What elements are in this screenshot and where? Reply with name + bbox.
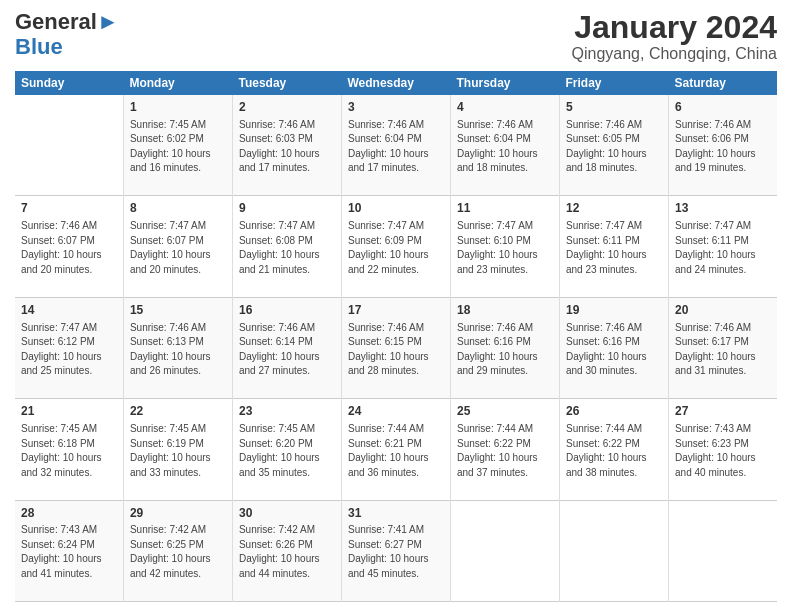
- header-friday: Friday: [560, 71, 669, 95]
- day-cell: 3Sunrise: 7:46 AMSunset: 6:04 PMDaylight…: [341, 95, 450, 196]
- day-number: 4: [457, 99, 553, 116]
- day-cell: 29Sunrise: 7:42 AMSunset: 6:25 PMDayligh…: [123, 500, 232, 601]
- day-cell: 2Sunrise: 7:46 AMSunset: 6:03 PMDaylight…: [232, 95, 341, 196]
- day-number: 15: [130, 302, 226, 319]
- day-number: 16: [239, 302, 335, 319]
- day-info: Sunrise: 7:46 AMSunset: 6:14 PMDaylight:…: [239, 322, 320, 377]
- day-cell: 4Sunrise: 7:46 AMSunset: 6:04 PMDaylight…: [450, 95, 559, 196]
- day-number: 13: [675, 200, 771, 217]
- day-number: 28: [21, 505, 117, 522]
- day-cell: 20Sunrise: 7:46 AMSunset: 6:17 PMDayligh…: [669, 297, 777, 398]
- day-number: 22: [130, 403, 226, 420]
- day-number: 25: [457, 403, 553, 420]
- day-cell: 9Sunrise: 7:47 AMSunset: 6:08 PMDaylight…: [232, 196, 341, 297]
- logo-text: General►: [15, 10, 119, 34]
- day-cell: [450, 500, 559, 601]
- day-number: 6: [675, 99, 771, 116]
- week-row-0: 1Sunrise: 7:45 AMSunset: 6:02 PMDaylight…: [15, 95, 777, 196]
- day-info: Sunrise: 7:43 AMSunset: 6:24 PMDaylight:…: [21, 524, 102, 579]
- day-cell: 5Sunrise: 7:46 AMSunset: 6:05 PMDaylight…: [560, 95, 669, 196]
- day-number: 29: [130, 505, 226, 522]
- day-cell: [15, 95, 123, 196]
- day-cell: [669, 500, 777, 601]
- day-info: Sunrise: 7:46 AMSunset: 6:04 PMDaylight:…: [457, 119, 538, 174]
- day-info: Sunrise: 7:46 AMSunset: 6:15 PMDaylight:…: [348, 322, 429, 377]
- header-wednesday: Wednesday: [341, 71, 450, 95]
- day-number: 3: [348, 99, 444, 116]
- day-number: 18: [457, 302, 553, 319]
- day-cell: [560, 500, 669, 601]
- day-cell: 16Sunrise: 7:46 AMSunset: 6:14 PMDayligh…: [232, 297, 341, 398]
- day-number: 19: [566, 302, 662, 319]
- title-block: January 2024 Qingyang, Chongqing, China: [572, 10, 777, 63]
- day-info: Sunrise: 7:45 AMSunset: 6:20 PMDaylight:…: [239, 423, 320, 478]
- day-info: Sunrise: 7:43 AMSunset: 6:23 PMDaylight:…: [675, 423, 756, 478]
- day-cell: 18Sunrise: 7:46 AMSunset: 6:16 PMDayligh…: [450, 297, 559, 398]
- day-cell: 15Sunrise: 7:46 AMSunset: 6:13 PMDayligh…: [123, 297, 232, 398]
- day-info: Sunrise: 7:46 AMSunset: 6:06 PMDaylight:…: [675, 119, 756, 174]
- day-info: Sunrise: 7:44 AMSunset: 6:22 PMDaylight:…: [457, 423, 538, 478]
- calendar-title: January 2024: [572, 10, 777, 45]
- day-cell: 27Sunrise: 7:43 AMSunset: 6:23 PMDayligh…: [669, 399, 777, 500]
- day-cell: 11Sunrise: 7:47 AMSunset: 6:10 PMDayligh…: [450, 196, 559, 297]
- day-info: Sunrise: 7:46 AMSunset: 6:03 PMDaylight:…: [239, 119, 320, 174]
- day-info: Sunrise: 7:47 AMSunset: 6:09 PMDaylight:…: [348, 220, 429, 275]
- day-info: Sunrise: 7:45 AMSunset: 6:19 PMDaylight:…: [130, 423, 211, 478]
- day-number: 14: [21, 302, 117, 319]
- day-cell: 31Sunrise: 7:41 AMSunset: 6:27 PMDayligh…: [341, 500, 450, 601]
- day-number: 21: [21, 403, 117, 420]
- week-row-3: 21Sunrise: 7:45 AMSunset: 6:18 PMDayligh…: [15, 399, 777, 500]
- day-number: 10: [348, 200, 444, 217]
- day-number: 17: [348, 302, 444, 319]
- day-info: Sunrise: 7:47 AMSunset: 6:11 PMDaylight:…: [675, 220, 756, 275]
- day-number: 7: [21, 200, 117, 217]
- day-info: Sunrise: 7:47 AMSunset: 6:12 PMDaylight:…: [21, 322, 102, 377]
- day-info: Sunrise: 7:46 AMSunset: 6:13 PMDaylight:…: [130, 322, 211, 377]
- day-number: 27: [675, 403, 771, 420]
- day-cell: 1Sunrise: 7:45 AMSunset: 6:02 PMDaylight…: [123, 95, 232, 196]
- day-info: Sunrise: 7:47 AMSunset: 6:08 PMDaylight:…: [239, 220, 320, 275]
- day-info: Sunrise: 7:45 AMSunset: 6:02 PMDaylight:…: [130, 119, 211, 174]
- page: General► Blue January 2024 Qingyang, Cho…: [0, 0, 792, 612]
- day-info: Sunrise: 7:46 AMSunset: 6:17 PMDaylight:…: [675, 322, 756, 377]
- day-cell: 25Sunrise: 7:44 AMSunset: 6:22 PMDayligh…: [450, 399, 559, 500]
- day-number: 12: [566, 200, 662, 217]
- day-info: Sunrise: 7:44 AMSunset: 6:21 PMDaylight:…: [348, 423, 429, 478]
- day-cell: 6Sunrise: 7:46 AMSunset: 6:06 PMDaylight…: [669, 95, 777, 196]
- day-number: 8: [130, 200, 226, 217]
- logo-blue-text: Blue: [15, 34, 63, 59]
- day-cell: 14Sunrise: 7:47 AMSunset: 6:12 PMDayligh…: [15, 297, 123, 398]
- day-number: 24: [348, 403, 444, 420]
- calendar-subtitle: Qingyang, Chongqing, China: [572, 45, 777, 63]
- day-info: Sunrise: 7:46 AMSunset: 6:16 PMDaylight:…: [457, 322, 538, 377]
- header-thursday: Thursday: [450, 71, 559, 95]
- calendar-table: Sunday Monday Tuesday Wednesday Thursday…: [15, 71, 777, 602]
- day-number: 1: [130, 99, 226, 116]
- header-monday: Monday: [123, 71, 232, 95]
- day-cell: 7Sunrise: 7:46 AMSunset: 6:07 PMDaylight…: [15, 196, 123, 297]
- day-cell: 26Sunrise: 7:44 AMSunset: 6:22 PMDayligh…: [560, 399, 669, 500]
- header-sunday: Sunday: [15, 71, 123, 95]
- day-info: Sunrise: 7:46 AMSunset: 6:04 PMDaylight:…: [348, 119, 429, 174]
- day-info: Sunrise: 7:46 AMSunset: 6:05 PMDaylight:…: [566, 119, 647, 174]
- week-row-2: 14Sunrise: 7:47 AMSunset: 6:12 PMDayligh…: [15, 297, 777, 398]
- day-cell: 12Sunrise: 7:47 AMSunset: 6:11 PMDayligh…: [560, 196, 669, 297]
- day-info: Sunrise: 7:46 AMSunset: 6:07 PMDaylight:…: [21, 220, 102, 275]
- day-number: 11: [457, 200, 553, 217]
- day-info: Sunrise: 7:44 AMSunset: 6:22 PMDaylight:…: [566, 423, 647, 478]
- day-info: Sunrise: 7:41 AMSunset: 6:27 PMDaylight:…: [348, 524, 429, 579]
- day-number: 26: [566, 403, 662, 420]
- day-cell: 30Sunrise: 7:42 AMSunset: 6:26 PMDayligh…: [232, 500, 341, 601]
- day-cell: 22Sunrise: 7:45 AMSunset: 6:19 PMDayligh…: [123, 399, 232, 500]
- day-info: Sunrise: 7:42 AMSunset: 6:25 PMDaylight:…: [130, 524, 211, 579]
- day-number: 23: [239, 403, 335, 420]
- day-cell: 21Sunrise: 7:45 AMSunset: 6:18 PMDayligh…: [15, 399, 123, 500]
- week-row-4: 28Sunrise: 7:43 AMSunset: 6:24 PMDayligh…: [15, 500, 777, 601]
- day-info: Sunrise: 7:46 AMSunset: 6:16 PMDaylight:…: [566, 322, 647, 377]
- day-cell: 8Sunrise: 7:47 AMSunset: 6:07 PMDaylight…: [123, 196, 232, 297]
- header-tuesday: Tuesday: [232, 71, 341, 95]
- day-number: 30: [239, 505, 335, 522]
- day-number: 2: [239, 99, 335, 116]
- day-cell: 28Sunrise: 7:43 AMSunset: 6:24 PMDayligh…: [15, 500, 123, 601]
- day-cell: 23Sunrise: 7:45 AMSunset: 6:20 PMDayligh…: [232, 399, 341, 500]
